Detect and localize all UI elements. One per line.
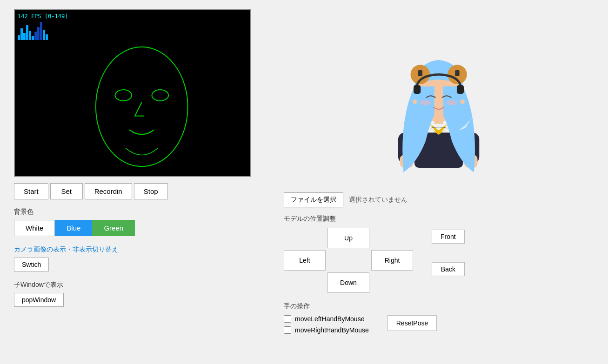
down-button[interactable]: Down <box>327 272 369 293</box>
character-area <box>284 9 594 186</box>
hand-label: 手の操作 <box>284 302 369 311</box>
camera-toggle-label: カメラ画像の表示・非表示切り替え <box>14 245 256 254</box>
green-button[interactable]: Green <box>92 220 135 236</box>
svg-rect-14 <box>455 70 460 76</box>
right-hand-row: moveRightHandByMouse <box>284 326 369 334</box>
svg-point-15 <box>421 100 431 105</box>
position-label: モデルの位置調整 <box>284 215 594 223</box>
stop-button[interactable]: Stop <box>134 183 168 199</box>
file-status-text: 選択されていません <box>349 196 408 204</box>
left-button[interactable]: Left <box>284 250 326 271</box>
file-chooser-row: ファイルを選択 選択されていません <box>284 192 594 207</box>
front-button[interactable]: Front <box>432 230 465 244</box>
left-hand-checkbox[interactable] <box>284 315 291 323</box>
svg-rect-20 <box>457 85 464 94</box>
svg-point-0 <box>96 47 188 166</box>
background-color-label: 背景色 <box>14 208 256 216</box>
left-hand-row: moveLeftHandByMouse <box>284 315 369 323</box>
recording-button[interactable]: Recordin <box>85 183 132 199</box>
pos-empty-tr <box>371 228 413 248</box>
svg-rect-19 <box>414 85 421 94</box>
back-button[interactable]: Back <box>432 262 465 276</box>
pos-empty-tl <box>284 228 326 248</box>
file-choose-button[interactable]: ファイルを選択 <box>284 192 343 207</box>
up-button[interactable]: Up <box>327 228 369 248</box>
front-back-column: Front Back <box>432 228 465 276</box>
position-grid-wrapper: Up Left Right Down Front Back <box>284 228 594 293</box>
controls-row: Start Set Recordin Stop <box>14 183 256 199</box>
left-panel: 142 FPS (0-149) <box>0 0 270 364</box>
child-window-section: 子Windowで表示 popWindow <box>14 281 256 307</box>
face-outline-svg <box>15 10 250 176</box>
camera-section: カメラ画像の表示・非表示切り替え Swtich <box>14 245 256 271</box>
hand-controls: 手の操作 moveLeftHandByMouse moveRightHandBy… <box>284 302 369 338</box>
camera-view: 142 FPS (0-149) <box>14 9 251 177</box>
pos-empty-br <box>371 272 413 293</box>
set-button[interactable]: Set <box>50 183 83 199</box>
right-button[interactable]: Right <box>371 250 413 271</box>
left-hand-text: moveLeftHandByMouse <box>295 315 364 323</box>
svg-point-2 <box>152 90 169 101</box>
pos-empty-bl <box>284 272 326 293</box>
svg-point-18 <box>461 99 465 104</box>
pos-empty-center <box>327 250 369 271</box>
right-panel: ファイルを選択 選択されていません モデルの位置調整 Up Left Right… <box>270 0 608 364</box>
pop-window-button[interactable]: popWindow <box>14 293 64 307</box>
switch-button[interactable]: Swtich <box>14 258 49 271</box>
svg-point-1 <box>115 90 132 101</box>
blue-button[interactable]: Blue <box>55 220 92 236</box>
right-hand-checkbox[interactable] <box>284 326 291 334</box>
character-illustration <box>373 9 505 177</box>
color-buttons: White Blue Green <box>14 220 256 236</box>
start-button[interactable]: Start <box>14 183 48 199</box>
color-section: 背景色 White Blue Green <box>14 208 256 236</box>
white-button[interactable]: White <box>14 220 55 236</box>
child-window-label: 子Windowで表示 <box>14 281 256 289</box>
svg-rect-13 <box>418 70 422 76</box>
position-grid: Up Left Right Down <box>284 228 413 293</box>
svg-point-17 <box>413 99 417 104</box>
svg-point-16 <box>447 100 458 105</box>
reset-pose-button[interactable]: ResetPose <box>388 315 437 331</box>
hand-section: 手の操作 moveLeftHandByMouse moveRightHandBy… <box>284 302 594 338</box>
position-section: モデルの位置調整 Up Left Right Down Front Back <box>284 215 594 293</box>
right-hand-text: moveRightHandByMouse <box>295 326 369 334</box>
